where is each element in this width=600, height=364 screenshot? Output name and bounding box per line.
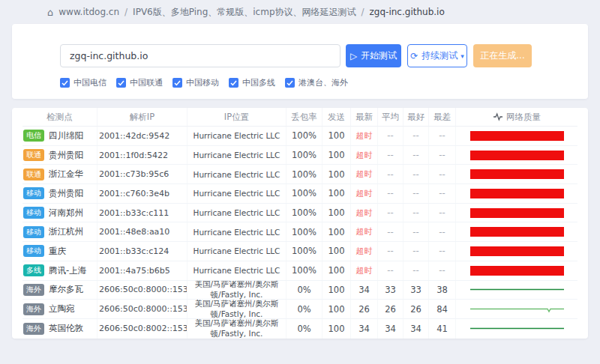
- best-ping: --: [404, 261, 429, 280]
- resolved-ip: 2606:50c0:8002::153: [98, 319, 188, 339]
- worst-ping: --: [429, 184, 456, 203]
- carrier-checkbox-row: 中国电信 中国联通 中国移动 中国多线 港澳台、海外: [60, 77, 576, 88]
- controls-row: ▷ 开始测试 ⟳ 持续测试 ▾ 正在生成...: [60, 44, 576, 67]
- checkbox-checked-icon: [229, 78, 238, 88]
- carrier-checkbox-label: 中国移动: [186, 77, 219, 88]
- node-cell: 海外 立陶宛: [22, 300, 98, 318]
- resolved-ip: 2001::c760:3e4b: [98, 184, 188, 203]
- carrier-badge: 联通: [23, 149, 44, 161]
- latest-ping: 超时: [351, 204, 378, 222]
- latest-ping: 超时: [351, 146, 378, 165]
- best-ping: 34: [404, 319, 429, 339]
- node-name: 重庆: [49, 246, 66, 257]
- quality-cell: [456, 281, 578, 300]
- quality-cell: [456, 222, 578, 241]
- sent-count: 100: [322, 146, 351, 165]
- ip-location: Hurricane Electric LLC: [188, 146, 286, 165]
- carrier-badge: 电信: [23, 130, 44, 142]
- avg-ping: --: [378, 127, 404, 145]
- breadcrumb-separator: /: [362, 7, 364, 17]
- header-avg: 平均: [378, 108, 404, 126]
- resolved-ip: 2606:50c0:8000::153: [98, 281, 188, 300]
- avg-ping: 26: [378, 300, 404, 318]
- node-name: 河南郑州: [49, 207, 83, 219]
- sent-count: 100: [322, 165, 351, 183]
- loss-rate: 100%: [286, 261, 322, 280]
- worst-ping: --: [429, 222, 456, 241]
- ip-location: Hurricane Electric LLC: [188, 242, 286, 261]
- carrier-checkbox[interactable]: 中国多线: [229, 77, 275, 88]
- worst-ping: --: [429, 261, 456, 280]
- play-icon: ▷: [350, 52, 357, 61]
- latest-ping: 超时: [351, 242, 378, 261]
- quality-sparkline: [470, 324, 564, 333]
- breadcrumb-separator: /: [124, 7, 128, 17]
- node-cell: 多线 腾讯-上海: [22, 261, 98, 280]
- header-node: 检测点: [22, 108, 98, 126]
- ip-location: 美国/马萨诸塞州/奥尔斯顿/Fastly, Inc.: [188, 281, 286, 300]
- quality-bad-bar: [470, 208, 564, 218]
- ip-location: Hurricane Electric LLC: [188, 204, 286, 222]
- node-cell: 海外 摩尔多瓦: [22, 281, 98, 300]
- sent-count: 100: [322, 127, 351, 145]
- carrier-checkbox[interactable]: 中国电信: [60, 77, 106, 88]
- latest-ping: 34: [351, 281, 378, 300]
- node-name: 贵州贵阳: [49, 150, 83, 161]
- breadcrumb-target-host: zgq-inc.github.io: [370, 7, 445, 17]
- latest-ping: 超时: [351, 184, 378, 203]
- carrier-checkbox[interactable]: 中国联通: [116, 77, 163, 88]
- loss-rate: 100%: [286, 242, 322, 261]
- quality-cell: [456, 127, 578, 145]
- node-name: 英国伦敦: [49, 323, 83, 334]
- ip-location: Hurricane Electric LLC: [188, 261, 286, 280]
- quality-cell: [456, 319, 578, 339]
- ip-location: 美国/马萨诸塞州/奥尔斯顿/Fastly, Inc.: [188, 319, 286, 339]
- quality-bad-bar: [470, 246, 564, 256]
- worst-ping: 41: [429, 319, 456, 339]
- checkbox-checked-icon: [285, 78, 295, 88]
- table-body: 电信 四川绵阳 2001::42dc:9542 Hurricane Electr…: [22, 127, 578, 339]
- quality-bad-bar: [470, 189, 564, 198]
- carrier-badge: 移动: [23, 245, 44, 257]
- node-cell: 移动 河南郑州: [22, 204, 98, 222]
- carrier-checkbox[interactable]: 中国移动: [172, 77, 219, 88]
- home-icon[interactable]: ⌂: [47, 7, 53, 18]
- loss-rate: 0%: [286, 281, 322, 300]
- latest-ping: 超时: [351, 261, 378, 280]
- table-row: 海外 立陶宛 2606:50c0:8000::153 美国/马萨诸塞州/奥尔斯顿…: [22, 300, 578, 319]
- chevron-down-icon: ▾: [460, 52, 464, 60]
- quality-cell: [456, 184, 578, 203]
- node-name: 四川绵阳: [49, 130, 83, 142]
- node-cell: 移动 浙江杭州: [22, 222, 98, 241]
- breadcrumb-site-link[interactable]: www.itdog.cn: [58, 7, 119, 17]
- ip-location: 美国/马萨诸塞州/奥尔斯顿/Fastly, Inc.: [188, 300, 286, 318]
- table-row: 联通 贵州贵阳 2001::1f0d:5422 Hurricane Electr…: [22, 146, 578, 166]
- generating-button[interactable]: 正在生成...: [473, 44, 532, 67]
- continuous-test-button[interactable]: ⟳ 持续测试 ▾: [407, 44, 467, 67]
- sent-count: 100: [322, 319, 351, 339]
- loss-rate: 100%: [286, 165, 322, 183]
- quality-bad-bar: [470, 227, 564, 237]
- node-cell: 电信 四川绵阳: [22, 127, 98, 145]
- worst-ping: 38: [429, 281, 456, 300]
- checkbox-checked-icon: [60, 78, 70, 88]
- host-input[interactable]: [60, 44, 340, 67]
- quality-bad-bar: [470, 169, 564, 179]
- start-test-button[interactable]: ▷ 开始测试: [346, 44, 401, 67]
- resolved-ip: 2001::c73b:95c6: [98, 165, 188, 183]
- carrier-checkbox[interactable]: 港澳台、海外: [285, 77, 348, 88]
- carrier-checkbox-label: 中国联通: [130, 77, 163, 88]
- node-name: 贵州贵阳: [49, 188, 83, 199]
- best-ping: --: [404, 242, 429, 261]
- quality-bad-bar: [470, 151, 564, 160]
- resolved-ip: 2606:50c0:8000::153: [98, 300, 188, 318]
- header-loss-rate: 丢包率: [286, 108, 322, 126]
- header-quality: 网络质量: [456, 108, 578, 126]
- sent-count: 100: [322, 204, 351, 222]
- best-ping: 26: [404, 300, 429, 318]
- avg-ping: --: [378, 261, 404, 280]
- ip-location: Hurricane Electric LLC: [188, 184, 286, 203]
- header-ip-location: IP位置: [188, 108, 286, 126]
- avg-ping: --: [378, 146, 404, 165]
- node-name: 浙江杭州: [49, 226, 83, 237]
